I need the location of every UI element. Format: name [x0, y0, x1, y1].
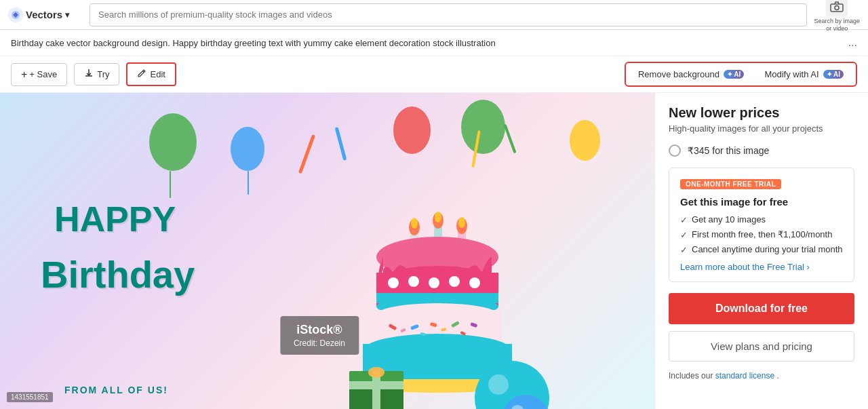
balloon-green-2	[461, 100, 505, 154]
svg-point-19	[429, 277, 439, 288]
from-text: FROM ALL OF US!	[64, 385, 168, 395]
balloon-yellow-1	[570, 120, 600, 161]
download-icon	[84, 69, 94, 80]
trial-item-text-2: First month free, then ₹1,100/month	[692, 229, 832, 239]
logo-text: Vectors	[26, 9, 62, 20]
search-by-image-button[interactable]: Search by imageor video	[814, 0, 860, 32]
header: Vectors ▾ Search by imageor video	[0, 0, 868, 30]
svg-point-43	[488, 374, 509, 395]
search-input[interactable]	[90, 3, 807, 26]
balloon-blue-1	[231, 127, 264, 171]
modify-label: Modify with AI	[764, 69, 818, 79]
price-option[interactable]: ₹345 for this image	[669, 144, 854, 157]
watermark: iStock® Credit: Dezein	[280, 316, 359, 355]
cake-graphic	[315, 147, 573, 409]
happy-text: HAPPY	[54, 201, 176, 237]
svg-point-11	[458, 217, 465, 228]
svg-point-9	[411, 218, 418, 229]
svg-point-17	[388, 277, 399, 288]
svg-point-20	[449, 276, 460, 287]
logo-area[interactable]: Vectors ▾	[8, 7, 83, 22]
modify-with-ai-button[interactable]: Modify with AI ✦ AI	[757, 66, 850, 83]
sidebar: New lower prices High-quality images for…	[654, 93, 868, 409]
try-button[interactable]: Try	[74, 63, 119, 85]
ribbon-1	[298, 134, 315, 174]
trial-item-2: ✓ First month free, then ₹1,100/month	[680, 229, 843, 240]
plans-button[interactable]: View plans and pricing	[669, 331, 854, 362]
edit-button[interactable]: Edit	[126, 62, 176, 86]
watermark-credit: Credit: Dezein	[294, 338, 345, 348]
svg-point-2	[835, 5, 839, 9]
chevron-down-icon: ▾	[65, 10, 69, 20]
license-includes: Includes our	[669, 371, 715, 381]
price-label: ₹345 for this image	[688, 145, 769, 156]
ai-buttons-group: Remove background ✦ AI Modify with AI ✦ …	[625, 62, 857, 87]
ai-badge-modify: ✦ AI	[823, 70, 844, 79]
try-label: Try	[97, 69, 109, 79]
license-period: .	[776, 371, 778, 381]
toolbar: + + Save Try Edit Remo	[0, 56, 868, 93]
more-options-icon[interactable]: ...	[848, 37, 857, 49]
download-label: Download for free	[715, 303, 808, 314]
svg-point-18	[408, 276, 419, 287]
remove-background-button[interactable]: Remove background ✦ AI	[631, 66, 751, 83]
learn-more-link[interactable]: Learn more about the Free Trial ›	[680, 262, 843, 272]
trial-box: ONE-MONTH FREE TRIAL Get this image for …	[669, 168, 854, 282]
remove-bg-label: Remove background	[638, 69, 719, 79]
watermark-title: iStock®	[294, 323, 345, 337]
balloon-string-2	[248, 171, 249, 195]
ai-badge-remove: ✦ AI	[724, 70, 744, 79]
balloon-green-1	[149, 113, 197, 171]
image-id: 1431551851	[7, 392, 53, 402]
download-button[interactable]: Download for free	[669, 293, 854, 324]
image-panel: HAPPY Birthday FROM ALL OF US!	[0, 93, 654, 409]
main-area: HAPPY Birthday FROM ALL OF US!	[0, 93, 868, 409]
save-label: + Save	[29, 69, 57, 79]
birthday-image: HAPPY Birthday FROM ALL OF US!	[0, 93, 654, 409]
check-icon-1: ✓	[680, 215, 688, 225]
trial-item-3: ✓ Cancel anytime during your trial month	[680, 244, 843, 255]
plans-label: View plans and pricing	[711, 340, 812, 352]
sidebar-subtitle: High-quality images for all your project…	[669, 123, 854, 134]
trial-badge: ONE-MONTH FREE TRIAL	[680, 179, 781, 189]
trial-heading: Get this image for free	[680, 196, 843, 208]
check-icon-3: ✓	[680, 245, 688, 255]
plus-icon: +	[21, 69, 27, 81]
logo-icon	[8, 7, 23, 22]
svg-rect-1	[831, 4, 843, 12]
title-bar: Birthday cake vector background design. …	[0, 30, 868, 56]
balloon-string-1	[170, 171, 171, 198]
license-text: Includes our standard license .	[669, 371, 854, 381]
trial-item-text-3: Cancel anytime during your trial month	[692, 244, 843, 254]
edit-icon	[137, 69, 146, 80]
trial-item-text-1: Get any 10 images	[692, 214, 766, 225]
trial-item-1: ✓ Get any 10 images	[680, 214, 843, 225]
save-button[interactable]: + + Save	[11, 63, 67, 86]
edit-label: Edit	[150, 69, 165, 79]
svg-point-10	[435, 212, 441, 222]
svg-point-41	[368, 367, 384, 378]
content: Birthday cake vector background design. …	[0, 30, 868, 409]
svg-rect-40	[349, 381, 403, 389]
check-icon-2: ✓	[680, 230, 688, 240]
standard-license-link[interactable]: standard license	[715, 371, 774, 381]
price-radio[interactable]	[669, 144, 681, 157]
sidebar-title: New lower prices	[669, 105, 854, 121]
birthday-text: Birthday	[41, 256, 195, 294]
camera-icon	[826, 0, 848, 16]
svg-point-21	[469, 277, 480, 288]
image-title: Birthday cake vector background design. …	[11, 38, 843, 48]
